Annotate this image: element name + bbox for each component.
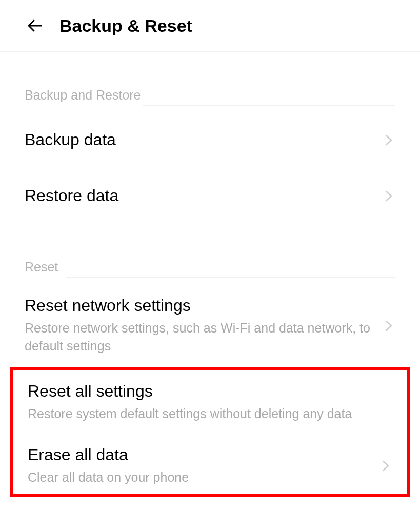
chevron-right-icon — [382, 319, 395, 333]
section-header-reset: Reset — [0, 224, 420, 284]
backup-data-item[interactable]: Backup data — [0, 112, 420, 168]
back-button[interactable] — [25, 15, 45, 36]
highlight-box: Reset all settings Restore system defaul… — [10, 367, 410, 497]
reset-network-title: Reset network settings — [25, 296, 376, 315]
list-item-text: Erase all data Clear all data on your ph… — [28, 445, 373, 486]
arrow-left-icon — [25, 15, 45, 36]
list-item-text: Reset all settings Restore system defaul… — [28, 382, 392, 423]
page-title: Backup & Reset — [59, 16, 192, 36]
reset-all-title: Reset all settings — [28, 382, 392, 401]
erase-all-subtitle: Clear all data on your phone — [28, 468, 373, 486]
restore-data-title: Restore data — [25, 186, 376, 205]
backup-data-title: Backup data — [25, 130, 376, 149]
reset-all-subtitle: Restore system default settings without … — [28, 405, 392, 423]
reset-network-settings-item[interactable]: Reset network settings Restore network s… — [0, 284, 420, 367]
header: Backup & Reset — [0, 0, 420, 52]
list-item-text: Restore data — [25, 186, 376, 205]
erase-all-title: Erase all data — [28, 445, 373, 464]
list-item-text: Reset network settings Restore network s… — [25, 296, 376, 355]
list-item-text: Backup data — [25, 130, 376, 149]
erase-all-data-item[interactable]: Erase all data Clear all data on your ph… — [13, 434, 407, 494]
content: Backup and Restore Backup data Restore d… — [0, 52, 420, 497]
section-header-backup-restore: Backup and Restore — [0, 52, 420, 112]
chevron-right-icon — [382, 189, 395, 203]
restore-data-item[interactable]: Restore data — [0, 168, 420, 224]
reset-all-settings-item[interactable]: Reset all settings Restore system defaul… — [13, 370, 407, 434]
chevron-right-icon — [379, 459, 392, 473]
chevron-right-icon — [382, 133, 395, 147]
reset-network-subtitle: Restore network settings, such as Wi-Fi … — [25, 319, 376, 355]
